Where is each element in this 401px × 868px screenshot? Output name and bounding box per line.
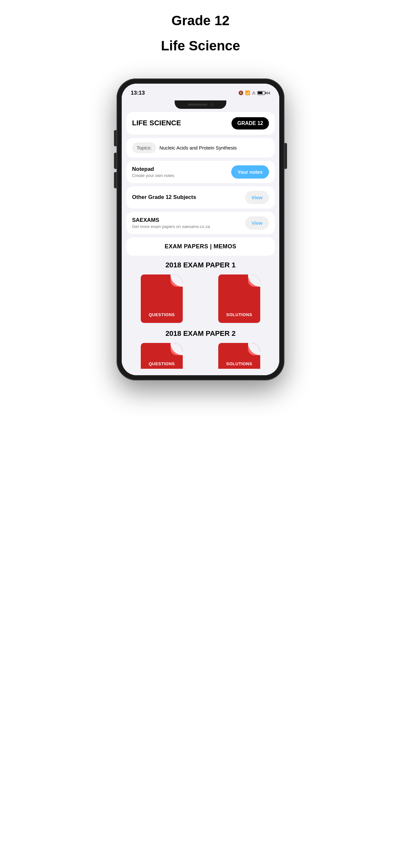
status-time: 13:13 xyxy=(131,90,145,96)
saexams-info: SAEXAMS Get more exam papers on saexams.… xyxy=(132,217,210,229)
exam-paper-1-solutions[interactable]: SOLUTIONS xyxy=(204,275,275,323)
notepad-title: Notepad xyxy=(132,166,174,173)
wifi-icon: 📶 xyxy=(245,90,250,95)
saexams-card: SAEXAMS Get more exam papers on saexams.… xyxy=(126,212,275,234)
topics-value: Nucleic Acids and Protein Synthesis xyxy=(159,145,237,151)
battery-icon: 64 xyxy=(257,91,270,95)
topics-card[interactable]: Topics: Nucleic Acids and Protein Synthe… xyxy=(126,138,275,158)
notepad-card: Notepad Create your own notes Your notes xyxy=(126,161,275,183)
exam-section: 2018 EXAM PAPER 1 QUESTIONS SOLUTIONS 20 xyxy=(122,261,279,369)
mute-icon: 🔕 xyxy=(238,90,243,95)
exam-paper-1-docs: QUESTIONS SOLUTIONS xyxy=(126,275,275,323)
solutions-file-icon: SOLUTIONS xyxy=(218,275,260,323)
status-icons: 🔕 📶 ⚠ 64 xyxy=(238,90,270,95)
questions-file-icon-2: QUESTIONS xyxy=(141,343,183,369)
notch-camera xyxy=(210,103,213,106)
exam-paper-1-questions[interactable]: QUESTIONS xyxy=(126,275,197,323)
questions-file-icon: QUESTIONS xyxy=(141,275,183,323)
solutions-file-icon-2: SOLUTIONS xyxy=(218,343,260,369)
notch-area xyxy=(122,100,279,109)
notch xyxy=(175,100,226,109)
questions-label: QUESTIONS xyxy=(149,312,175,317)
phone-screen: 13:13 🔕 📶 ⚠ 64 xyxy=(122,84,279,375)
header-card: LIFE SCIENCE GRADE 12 xyxy=(126,112,275,135)
exam-papers-button[interactable]: EXAM PAPERS | MEMOS xyxy=(126,237,275,256)
exam-paper-1-title: 2018 EXAM PAPER 1 xyxy=(126,261,275,269)
notepad-info: Notepad Create your own notes xyxy=(132,166,174,178)
exam-paper-2-questions[interactable]: QUESTIONS xyxy=(126,343,197,369)
questions-label-2: QUESTIONS xyxy=(141,361,183,366)
grade-badge: GRADE 12 xyxy=(232,117,269,129)
exam-paper-2-title: 2018 EXAM PAPER 2 xyxy=(126,330,275,338)
app-content: LIFE SCIENCE GRADE 12 Topics: Nucleic Ac… xyxy=(122,112,279,375)
battery-level: 64 xyxy=(266,91,270,95)
topics-label: Topics: xyxy=(132,143,156,153)
other-subjects-title: Other Grade 12 Subjects xyxy=(132,194,196,200)
saexams-subtitle: Get more exam papers on saexams.co.za xyxy=(132,224,210,229)
exam-paper-2-solutions[interactable]: SOLUTIONS xyxy=(204,343,275,369)
notch-speaker xyxy=(188,104,207,105)
saexams-view-button[interactable]: View xyxy=(245,216,269,229)
exam-paper-2-docs-partial: QUESTIONS SOLUTIONS xyxy=(126,343,275,369)
page-heading: Grade 12 Life Science xyxy=(161,13,240,67)
solutions-label-2: SOLUTIONS xyxy=(218,361,260,366)
status-bar: 13:13 🔕 📶 ⚠ 64 xyxy=(122,84,279,100)
notepad-subtitle: Create your own notes xyxy=(132,173,174,178)
saexams-title: SAEXAMS xyxy=(132,217,210,223)
your-notes-button[interactable]: Your notes xyxy=(231,165,269,179)
subject-title: LIFE SCIENCE xyxy=(132,119,181,127)
phone-shell: 13:13 🔕 📶 ⚠ 64 xyxy=(117,79,284,380)
alert-icon: ⚠ xyxy=(252,90,256,95)
other-subjects-view-button[interactable]: View xyxy=(245,191,269,204)
solutions-label: SOLUTIONS xyxy=(226,312,252,317)
other-subjects-info: Other Grade 12 Subjects xyxy=(132,194,196,200)
other-subjects-card: Other Grade 12 Subjects View xyxy=(126,186,275,209)
